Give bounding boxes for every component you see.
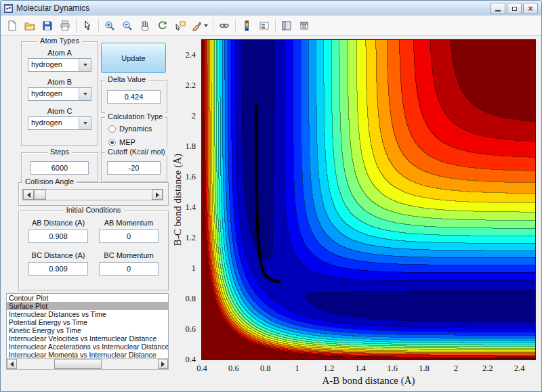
print-figure-icon: [60, 20, 70, 31]
cutoff-input[interactable]: [107, 161, 161, 175]
new-figure-button[interactable]: [4, 18, 20, 34]
link-plot-button[interactable]: [216, 18, 232, 34]
atom-a-select[interactable]: hydrogen: [28, 58, 91, 72]
list-item[interactable]: Potential Energy vs Time: [7, 318, 168, 326]
bc-momentum-label: BC Momentum: [98, 251, 160, 259]
scroll-left-button[interactable]: [7, 359, 17, 369]
x-tick-label: 0.8: [260, 364, 271, 374]
panel-title: Atom Types: [37, 37, 82, 45]
restore-icon: [512, 7, 517, 11]
arrow-right-icon: [161, 362, 165, 367]
ab-distance-input[interactable]: [28, 230, 88, 243]
edit-plot-button[interactable]: [79, 18, 96, 34]
toolbar-separator: [275, 19, 276, 32]
zoom-out-button[interactable]: [119, 18, 136, 34]
pan-button[interactable]: [137, 18, 153, 34]
radio-dynamics-label: Dynamics: [119, 125, 152, 133]
close-icon: ×: [528, 5, 533, 13]
radio-mep[interactable]: MEP: [108, 138, 136, 146]
titlebar[interactable]: Molecular Dynamics ×: [1, 1, 541, 16]
radio-mep-label: MEP: [119, 138, 136, 146]
print-figure-button[interactable]: [57, 18, 73, 34]
radio-icon[interactable]: [108, 125, 116, 133]
delta-value-input[interactable]: [107, 90, 161, 104]
atom-a-value: hydrogen: [31, 60, 62, 68]
x-tick-label: 0.4: [196, 364, 207, 374]
collision-angle-slider[interactable]: [22, 189, 163, 200]
radio-icon[interactable]: [108, 139, 116, 146]
list-item[interactable]: Kinetic Energy vs Time: [7, 326, 168, 334]
y-tick-label: 0.4: [185, 355, 196, 365]
list-item[interactable]: Internuclear Distances vs Time: [7, 310, 168, 318]
close-button[interactable]: ×: [523, 3, 538, 14]
slider-left-arrow[interactable]: [23, 190, 34, 200]
y-tick-label: 0.8: [185, 294, 196, 304]
list-item[interactable]: Surface Plot: [7, 302, 168, 310]
insert-colorbar-icon: [241, 20, 252, 31]
x-tick-label: 2: [454, 364, 458, 374]
chevron-down-icon[interactable]: [79, 88, 91, 100]
x-tick-label: 1.2: [324, 364, 335, 374]
brush-button[interactable]: [190, 18, 210, 34]
panel-title: Cutoff (Kcal/ mol): [105, 148, 168, 156]
scrollbar-thumb[interactable]: [54, 359, 102, 369]
zoom-out-icon: [122, 20, 133, 31]
brush-icon: [192, 20, 203, 31]
list-item[interactable]: Contour Plot: [7, 294, 168, 302]
dock-figure-icon: [299, 20, 310, 31]
atom-a-label: Atom A: [22, 49, 98, 57]
ab-momentum-label: AB Momentum: [98, 219, 160, 227]
contour-plot-canvas[interactable]: [201, 39, 536, 360]
plot-type-listbox[interactable]: Contour PlotSurface PlotInternuclear Dis…: [6, 293, 169, 370]
steps-input[interactable]: [30, 161, 89, 175]
ab-distance-label: AB Distance (A): [27, 219, 89, 227]
bc-momentum-input[interactable]: [99, 262, 159, 276]
data-cursor-button[interactable]: [172, 18, 188, 34]
hide-plot-tools-button[interactable]: [278, 18, 295, 34]
bc-distance-input[interactable]: [28, 262, 88, 276]
atom-b-select[interactable]: hydrogen: [28, 87, 91, 101]
chevron-down-icon[interactable]: [79, 59, 91, 71]
save-figure-icon: [42, 20, 53, 31]
y-tick-label: 2.4: [185, 50, 196, 60]
panel-title: Steps: [47, 148, 72, 156]
atom-c-select[interactable]: hydrogen: [28, 116, 91, 130]
radio-dynamics[interactable]: Dynamics: [108, 125, 152, 133]
ab-momentum-input[interactable]: [99, 230, 159, 243]
x-tick-label: 0.6: [228, 364, 239, 374]
minimize-button[interactable]: [491, 3, 505, 14]
panel-title: Calculation Type: [105, 112, 165, 121]
scroll-right-button[interactable]: [158, 359, 168, 369]
app-window: Molecular Dynamics × Atom Types Atom: [0, 0, 542, 392]
hide-plot-tools-icon: [281, 20, 292, 31]
y-tick-label: 2.2: [185, 81, 196, 91]
slider-thumb[interactable]: [34, 190, 46, 200]
restore-button[interactable]: [507, 3, 522, 14]
x-tick-label: 2.2: [482, 364, 493, 374]
arrow-left-icon: [27, 192, 30, 198]
list-item[interactable]: Internuclear Velocities vs Internuclear …: [7, 334, 168, 343]
save-figure-button[interactable]: [39, 18, 56, 34]
slider-right-arrow[interactable]: [152, 190, 163, 200]
list-item[interactable]: Internuclear Accelerations vs Internucle…: [7, 343, 168, 351]
x-tick-label: 1.4: [355, 364, 366, 374]
pan-icon: [140, 20, 150, 31]
data-cursor-icon: [175, 20, 186, 31]
link-plot-icon: [219, 20, 230, 31]
rotate-3d-icon: [157, 20, 168, 31]
insert-colorbar-button[interactable]: [238, 18, 255, 34]
arrow-left-icon: [10, 362, 14, 367]
x-tick-label: 1.8: [419, 364, 430, 374]
dock-figure-button[interactable]: [296, 18, 312, 34]
rotate-3d-button[interactable]: [154, 18, 171, 34]
update-button[interactable]: Update: [101, 43, 166, 73]
y-tick-label: 1: [192, 263, 196, 274]
chevron-down-icon[interactable]: [79, 117, 91, 129]
toolbar-separator: [235, 19, 236, 32]
insert-legend-button[interactable]: [256, 18, 272, 34]
chevron-down-icon: [204, 24, 208, 27]
zoom-in-button[interactable]: [102, 18, 118, 34]
open-file-button[interactable]: [22, 18, 38, 34]
listbox-horizontal-scrollbar[interactable]: [7, 358, 168, 369]
edit-plot-icon: [82, 20, 93, 31]
